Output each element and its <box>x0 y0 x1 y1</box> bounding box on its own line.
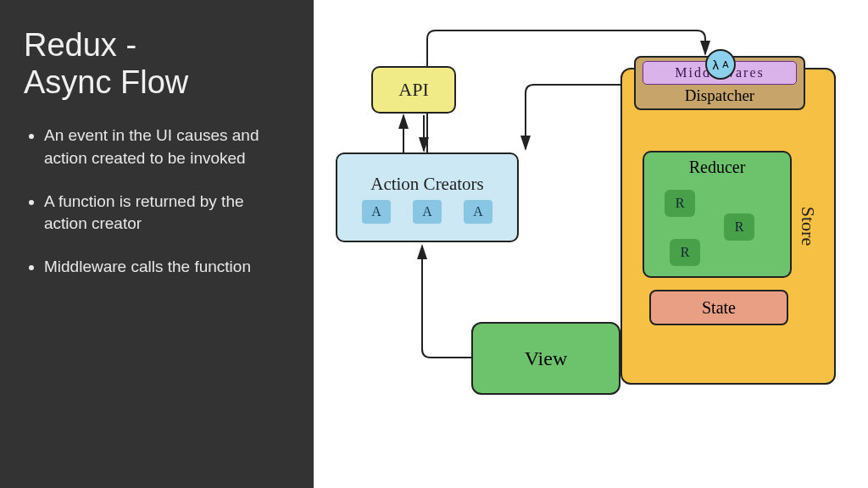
dispatcher-label: Dispatcher <box>685 86 754 105</box>
sidebar: Redux -Async Flow An event in the UI cau… <box>0 0 314 488</box>
reducer-badge: R <box>724 214 754 241</box>
node-reducer: Reducer R R R <box>643 151 792 278</box>
node-state: State <box>649 290 788 325</box>
node-view: View <box>471 322 620 395</box>
action-badge: A <box>413 200 442 224</box>
action-badge: A <box>362 200 391 224</box>
lambda-icon: λ <box>712 58 719 72</box>
store-label: Store <box>797 207 819 246</box>
slide-title: Redux -Async Flow <box>24 27 290 101</box>
bullet-item: A function is returned by the action cre… <box>44 191 290 236</box>
reducer-badge: R <box>670 239 700 266</box>
reducer-badge: R <box>665 190 695 217</box>
bullet-item: Middleware calls the function <box>44 256 290 279</box>
reducer-label: Reducer <box>644 158 790 177</box>
moving-action-badge: λ A <box>705 49 736 80</box>
action-badge: A <box>464 200 492 224</box>
action-creators-label: Action Creators <box>370 174 484 195</box>
action-badges: A A A <box>362 200 492 224</box>
action-letter: A <box>722 59 728 69</box>
node-api: API <box>371 66 456 114</box>
node-action-creators: Action Creators A A A <box>336 152 519 242</box>
bullet-item: An event in the UI causes and action cre… <box>44 125 290 169</box>
bullet-list: An event in the UI causes and action cre… <box>24 125 290 278</box>
diagram-canvas: API Action Creators A A A Store Middlewa… <box>314 0 868 488</box>
